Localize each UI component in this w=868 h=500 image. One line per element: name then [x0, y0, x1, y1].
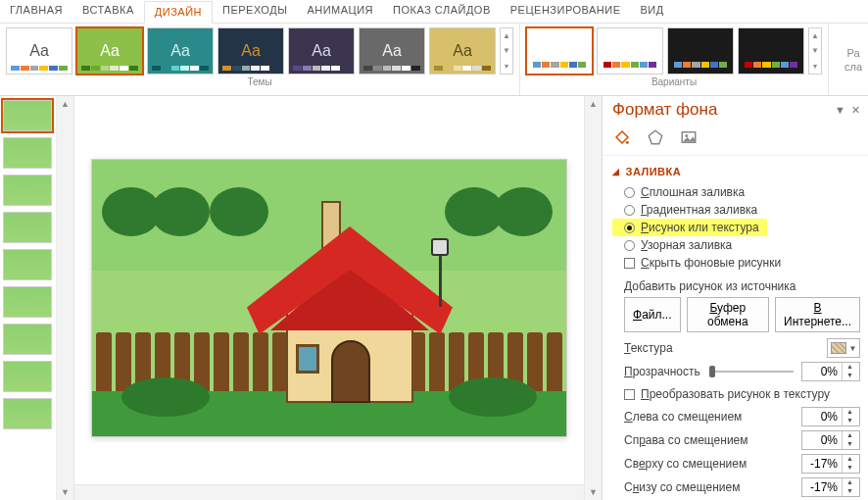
spin-up-icon[interactable]: ▲ [843, 478, 857, 487]
slide-thumb[interactable] [3, 324, 52, 355]
slide-canvas-area [74, 96, 584, 500]
spin-up-icon[interactable]: ▲ [843, 363, 857, 372]
slide-thumb[interactable] [3, 100, 52, 131]
slide-canvas[interactable] [91, 159, 567, 437]
themes-more-button[interactable]: ▲▼▾ [500, 27, 513, 75]
variants-group-label: Варианты [651, 76, 697, 87]
tab-insert[interactable]: ВСТАВКА [72, 0, 144, 23]
chevron-down-icon: ▼ [849, 344, 857, 353]
check-hide-bg[interactable]: Скрыть фоновые рисунки [612, 254, 860, 272]
button-file[interactable]: Файл... [624, 297, 681, 332]
tab-animation[interactable]: АНИМАЦИЯ [297, 0, 383, 23]
spin-up-icon[interactable]: ▲ [843, 455, 857, 464]
pane-tab-picture[interactable] [679, 127, 699, 147]
spin-down-icon[interactable]: ▼ [843, 464, 857, 473]
theme-thumb[interactable]: Aa [429, 27, 496, 75]
texture-label: Текстура [624, 341, 673, 355]
format-background-pane: Формат фона ▼ ✕ ◢ ЗАЛИВКА [602, 96, 868, 500]
tab-slideshow[interactable]: ПОКАЗ СЛАЙДОВ [383, 0, 501, 23]
radio-picture-label: Рисунок или текстура [641, 221, 759, 234]
offset-left-spinner[interactable]: ▲▼ [801, 407, 860, 426]
spin-down-icon[interactable]: ▼ [843, 487, 857, 496]
radio-pattern-label: Узорная заливка [641, 238, 732, 252]
transparency-spinner[interactable]: ▲▼ [801, 362, 860, 381]
scroll-down-icon[interactable]: ▼ [585, 484, 602, 500]
theme-thumb[interactable]: Aa [6, 27, 72, 75]
transparency-input[interactable] [802, 365, 842, 378]
spin-down-icon[interactable]: ▼ [843, 417, 857, 425]
slide-thumb[interactable] [3, 137, 52, 169]
pane-tab-effects[interactable] [646, 127, 665, 147]
variants-more-button[interactable]: ▲▼▾ [808, 27, 822, 75]
variants-gallery: ▲▼▾ [526, 27, 822, 75]
tab-design[interactable]: ДИЗАЙН [144, 1, 213, 24]
slide-house [257, 197, 443, 403]
radio-solid-fill[interactable]: Сплошная заливка [612, 183, 860, 201]
offset-bottom-spinner[interactable]: ▲▼ [801, 477, 860, 497]
offset-top-input[interactable] [802, 457, 842, 471]
scroll-up-icon[interactable]: ▲ [57, 96, 73, 112]
canvas-vscrollbar[interactable]: ▲ ▼ [584, 96, 602, 500]
offset-right-label: Справа со смещением [624, 433, 794, 447]
pane-tab-fill[interactable] [612, 127, 632, 147]
radio-pattern-fill[interactable]: Узорная заливка [612, 236, 860, 254]
radio-gradient-fill[interactable]: Градиентная заливка [612, 201, 860, 219]
offset-right-input[interactable] [802, 433, 842, 447]
spin-down-icon[interactable]: ▼ [843, 440, 857, 449]
radio-gradient-label: Градиентная заливка [641, 203, 757, 217]
radio-picture-fill[interactable]: Рисунок или текстура [612, 219, 767, 236]
theme-thumb[interactable]: Aa [147, 27, 214, 75]
tab-view[interactable]: ВИД [631, 0, 674, 23]
radio-icon [624, 205, 635, 216]
offset-bottom-input[interactable] [802, 480, 842, 494]
section-fill-label: ЗАЛИВКА [626, 166, 682, 177]
ribbon-cut-label-2: сла [843, 61, 864, 73]
tab-home[interactable]: ГЛАВНАЯ [0, 0, 72, 23]
radio-icon [624, 187, 635, 198]
tab-review[interactable]: РЕЦЕНЗИРОВАНИЕ [501, 0, 631, 23]
pane-close-button[interactable]: ✕ [851, 104, 860, 117]
offset-left-input[interactable] [802, 410, 842, 424]
variant-thumb[interactable] [738, 27, 804, 75]
canvas-hscrollbar[interactable] [74, 484, 584, 500]
spin-down-icon[interactable]: ▼ [843, 372, 857, 380]
picture-icon [680, 128, 698, 146]
checkbox-icon [624, 258, 635, 269]
transparency-label: Прозрачность [624, 365, 701, 378]
texture-picker[interactable]: ▼ [827, 338, 860, 358]
tab-transitions[interactable]: ПЕРЕХОДЫ [213, 0, 297, 23]
slide-thumb[interactable] [3, 361, 52, 392]
offset-right-spinner[interactable]: ▲▼ [801, 430, 860, 450]
texture-swatch-icon [831, 342, 846, 354]
theme-thumb[interactable]: Aa [217, 27, 284, 75]
scroll-up-icon[interactable]: ▲ [585, 96, 602, 112]
variant-thumb[interactable] [667, 27, 734, 75]
section-fill[interactable]: ◢ ЗАЛИВКА [612, 166, 860, 177]
check-tile[interactable]: Преобразовать рисунок в текстуру [612, 385, 860, 403]
theme-thumb[interactable]: Aa [76, 27, 143, 75]
ribbon-tabs: ГЛАВНАЯ ВСТАВКА ДИЗАЙН ПЕРЕХОДЫ АНИМАЦИЯ… [0, 0, 868, 24]
theme-thumb[interactable]: Aa [288, 27, 355, 75]
button-clipboard[interactable]: Буфер обмена [687, 297, 770, 332]
slide-thumb[interactable] [3, 249, 52, 280]
pane-options-button[interactable]: ▼ [835, 104, 845, 117]
transparency-slider[interactable] [709, 365, 794, 378]
ribbon-cut-label-1: Ра [843, 47, 864, 59]
radio-icon [624, 240, 635, 251]
variant-thumb[interactable] [597, 27, 663, 75]
offset-top-spinner[interactable]: ▲▼ [801, 454, 860, 474]
slide-thumb[interactable] [3, 212, 52, 243]
theme-thumb[interactable]: Aa [359, 27, 425, 75]
spin-up-icon[interactable]: ▲ [843, 408, 857, 417]
scroll-down-icon[interactable]: ▼ [57, 484, 73, 500]
spin-up-icon[interactable]: ▲ [843, 431, 857, 440]
button-online[interactable]: В Интернете... [775, 297, 860, 332]
slide-thumb[interactable] [3, 286, 52, 318]
add-picture-label: Добавить рисунок из источника [624, 279, 860, 293]
collapse-icon: ◢ [612, 167, 620, 176]
thumbs-scrollbar[interactable]: ▲ ▼ [57, 96, 74, 500]
offset-top-label: Сверху со смещением [624, 457, 794, 471]
slide-thumb[interactable] [3, 175, 52, 206]
slide-thumb[interactable] [3, 398, 52, 429]
variant-thumb[interactable] [526, 27, 593, 75]
